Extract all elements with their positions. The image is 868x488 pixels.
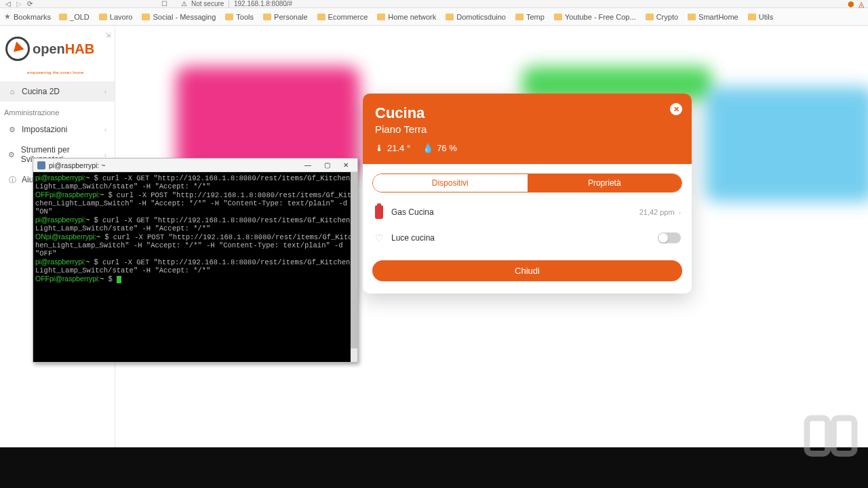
pin-icon[interactable]: ⇲ <box>105 31 111 39</box>
bookmark-folder[interactable]: Utils <box>748 13 773 21</box>
device-value: 21,42 ppm <box>639 208 675 216</box>
sidebar-section-admin: Amministrazione <box>0 102 115 119</box>
bookmark-folder[interactable]: Personale <box>263 13 308 21</box>
folder-icon <box>446 14 454 20</box>
bookmark-folder[interactable]: Tools <box>225 13 254 21</box>
url-text: 192.168.1.8:8080/# <box>234 0 292 7</box>
terminal-title: pi@raspberrypi: ~ <box>49 161 105 169</box>
light-toggle[interactable] <box>658 232 681 243</box>
bookmarks-bar: ★ Bookmarks _OLDLavoroSocial - Messaging… <box>0 8 868 26</box>
back-icon[interactable]: ◁ <box>5 0 11 7</box>
sidebar-item-icon: ⚙ <box>8 125 16 134</box>
room-header: Cucina Piano Terra 🌡 21.4 ° 💧 76 % ✕ <box>363 94 692 164</box>
card-blue <box>705 87 868 202</box>
security-warning-icon: ⚠ <box>181 0 187 7</box>
sidebar-item-icon: ⌂ <box>8 87 16 96</box>
bookmark-folder[interactable]: _OLD <box>59 13 90 21</box>
folder-icon <box>317 14 326 20</box>
terminal-scrollbar[interactable] <box>351 172 357 362</box>
room-humidity: 💧 76 % <box>422 143 457 153</box>
segment-control: Dispositivi Proprietà <box>372 174 682 192</box>
device-name: Gas Cucina <box>391 207 434 217</box>
room-floor: Piano Terra <box>375 123 679 135</box>
bookmark-folder[interactable]: Youtube - Free Cop... <box>554 13 636 21</box>
security-label: Not secure <box>191 0 224 7</box>
address-bar[interactable]: ☐ ⚠ Not secure | 192.168.1.8:8080/# <box>161 0 292 7</box>
brave-shield-icon[interactable]: ⬢ <box>848 0 854 9</box>
openhab-logo-icon <box>5 37 30 61</box>
terminal-titlebar[interactable]: pi@raspberrypi: ~ — ▢ ✕ <box>33 159 357 172</box>
close-button[interactable]: Chiudi <box>372 260 682 281</box>
room-temperature: 🌡 21.4 ° <box>375 143 410 153</box>
chevron-right-icon: › <box>104 88 106 96</box>
sidebar-item-icon: ⚙ <box>8 150 16 159</box>
logo[interactable]: openHAB <box>0 26 115 72</box>
folder-icon <box>377 14 385 20</box>
thermometer-icon: 🌡 <box>375 143 384 153</box>
bookmark-folder[interactable]: Temp <box>515 13 545 21</box>
folder-icon <box>646 14 654 20</box>
bookmarks-menu[interactable]: ★ Bookmarks <box>4 12 51 21</box>
bookmark-folder[interactable]: SmartHome <box>688 13 738 21</box>
folder-icon <box>554 14 562 20</box>
sidebar-item-icon: ⓘ <box>8 176 16 184</box>
device-row[interactable]: ♡Luce cucina <box>372 225 682 251</box>
svg-rect-1 <box>833 418 854 454</box>
terminal-window: pi@raspberrypi: ~ — ▢ ✕ pi@raspberrypi:~… <box>33 158 358 363</box>
watermark-logo <box>800 412 861 460</box>
folder-icon <box>515 14 524 20</box>
forward-icon[interactable]: ▷ <box>16 0 22 7</box>
brave-warning-icon[interactable]: ◬ <box>859 0 864 9</box>
chevron-right-icon: › <box>104 151 106 159</box>
folder-icon <box>688 14 696 20</box>
sidebar-item[interactable]: ⚙Impostazioni› <box>0 119 115 140</box>
device-row[interactable]: Gas Cucina21,42 ppm› <box>372 199 682 225</box>
browser-toolbar: ◁ ▷ ⟳ ☐ ⚠ Not secure | 192.168.1.8:8080/… <box>0 0 868 8</box>
sidebar-item-label: Cucina 2D <box>22 87 60 96</box>
popup-close-button[interactable]: ✕ <box>670 103 682 115</box>
window-close-button[interactable]: ✕ <box>337 160 355 171</box>
bookmark-folder[interactable]: Lavoro <box>99 13 133 21</box>
maximize-button[interactable]: ▢ <box>318 160 336 171</box>
bookmark-folder[interactable]: Ecommerce <box>317 13 368 21</box>
room-title: Cucina <box>375 104 679 122</box>
star-icon: ★ <box>4 12 11 21</box>
folder-icon <box>59 14 67 20</box>
reload-icon[interactable]: ⟳ <box>27 0 33 7</box>
bookmark-folder[interactable]: Home network <box>377 13 436 21</box>
droplet-icon: 💧 <box>422 143 433 153</box>
bookmark-folder[interactable]: Crypto <box>646 13 678 21</box>
minimize-button[interactable]: — <box>299 160 317 171</box>
scrollbar-thumb[interactable] <box>351 172 357 348</box>
room-popup: Cucina Piano Terra 🌡 21.4 ° 💧 76 % ✕ Dis… <box>363 94 692 293</box>
svg-rect-0 <box>807 418 828 454</box>
bookmark-folder[interactable]: Domoticsduino <box>446 13 506 21</box>
tab-devices[interactable]: Dispositivi <box>373 174 528 192</box>
chevron-right-icon: › <box>104 126 106 134</box>
bookmark-folder[interactable]: Social - Messaging <box>142 13 216 21</box>
video-bottom-bar <box>0 447 868 488</box>
sidebar-item[interactable]: ⌂Cucina 2D› <box>0 81 115 102</box>
folder-icon <box>225 14 233 20</box>
folder-icon <box>748 14 756 20</box>
putty-icon <box>37 161 45 169</box>
folder-icon <box>263 14 271 20</box>
terminal-body[interactable]: pi@raspberrypi:~ $ curl -X GET "http://1… <box>33 172 357 362</box>
sidebar-item-label: Impostazioni <box>22 125 67 134</box>
lightbulb-icon: ♡ <box>374 230 384 245</box>
device-name: Luce cucina <box>391 233 435 243</box>
bookmark-page-icon[interactable]: ☐ <box>161 0 167 7</box>
gas-cylinder-icon <box>374 205 384 220</box>
tab-properties[interactable]: Proprietà <box>528 174 682 192</box>
folder-icon <box>99 14 107 20</box>
chevron-right-icon: › <box>679 209 681 216</box>
folder-icon <box>142 14 150 20</box>
